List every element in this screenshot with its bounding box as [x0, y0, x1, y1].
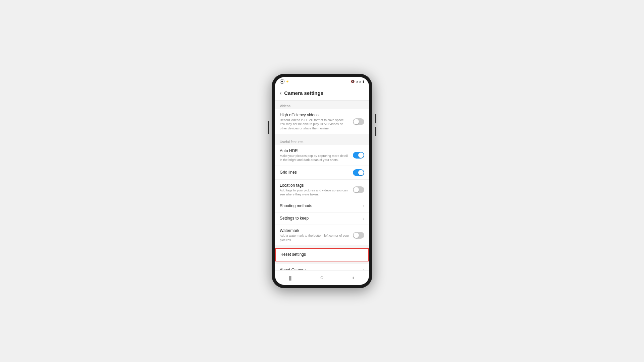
item-title: Auto HDR: [280, 148, 350, 153]
item-title: Shooting methods: [280, 203, 360, 208]
page-title: Camera settings: [284, 90, 323, 96]
item-text-location-tags: Location tags Add tags to your pictures …: [280, 183, 353, 197]
settings-content: Videos High efficiency videos Record vid…: [275, 101, 369, 270]
list-item[interactable]: High efficiency videos Record videos in …: [275, 109, 369, 134]
reset-settings-label: Reset settings: [280, 252, 360, 257]
item-text-grid-lines: Grid lines: [280, 170, 353, 175]
toggle-knob: [354, 187, 359, 192]
signal-icon: ▲▲: [356, 80, 362, 83]
item-text-shooting-methods: Shooting methods: [280, 203, 363, 209]
status-left: ⚡: [280, 79, 289, 84]
item-title: Location tags: [280, 183, 350, 188]
recents-button[interactable]: |||: [284, 271, 298, 285]
app-bar: ‹ Camera settings: [275, 86, 369, 101]
phone-device: ⚡ 🔇 ▲▲ ▮ ‹ Camera settings Videos High e…: [272, 74, 372, 288]
auto-hdr-toggle[interactable]: [353, 152, 364, 159]
list-item[interactable]: Grid lines: [275, 166, 369, 180]
back-nav-button[interactable]: ‹: [346, 271, 360, 285]
home-button[interactable]: ○: [315, 271, 329, 285]
watermark-toggle[interactable]: [353, 232, 364, 239]
item-desc: Record videos in HEVC format to save spa…: [280, 118, 350, 130]
mute-icon: 🔇: [351, 80, 355, 83]
item-text-watermark: Watermark Add a watermark to the bottom …: [280, 228, 353, 242]
item-text-auto-hdr: Auto HDR Make your pictures pop by captu…: [280, 148, 353, 162]
back-button[interactable]: ‹: [280, 90, 281, 96]
section-header-videos: Videos: [275, 101, 369, 109]
about-camera-item[interactable]: About Camera ›: [275, 264, 369, 270]
section-divider: [275, 245, 369, 248]
list-item[interactable]: Shooting methods ›: [275, 200, 369, 213]
useful-features-card: Auto HDR Make your pictures pop by captu…: [275, 145, 369, 245]
item-text-settings-to-keep: Settings to keep: [280, 216, 363, 221]
status-bar: ⚡ 🔇 ▲▲ ▮: [275, 77, 369, 86]
videos-card: High efficiency videos Record videos in …: [275, 109, 369, 134]
power-button[interactable]: [268, 121, 269, 134]
item-title: Grid lines: [280, 170, 350, 175]
nav-bar: ||| ○ ‹: [275, 270, 369, 285]
list-item[interactable]: Watermark Add a watermark to the bottom …: [275, 225, 369, 245]
item-text-high-efficiency: High efficiency videos Record videos in …: [280, 113, 353, 130]
list-item[interactable]: Settings to keep ›: [275, 213, 369, 225]
item-desc: Make your pictures pop by capturing more…: [280, 154, 350, 162]
toggle-knob: [358, 153, 364, 158]
item-title: Settings to keep: [280, 216, 360, 221]
chevron-right-icon: ›: [363, 204, 364, 208]
status-right: 🔇 ▲▲ ▮: [351, 80, 364, 83]
high-efficiency-toggle[interactable]: [353, 118, 364, 125]
toggle-knob: [354, 119, 359, 124]
toggle-knob: [354, 233, 359, 238]
list-item[interactable]: Auto HDR Make your pictures pop by captu…: [275, 145, 369, 166]
location-tags-toggle[interactable]: [353, 186, 364, 193]
section-divider: [275, 134, 369, 136]
recents-icon: |||: [289, 275, 292, 281]
back-nav-icon: ‹: [352, 274, 354, 281]
camera-status-icon: [280, 79, 284, 84]
about-camera-label: About Camera: [280, 267, 360, 270]
flash-status-icon: ⚡: [286, 80, 289, 83]
chevron-right-icon: ›: [363, 268, 364, 270]
volume-down-button[interactable]: [375, 127, 376, 136]
reset-settings-card: Reset settings: [275, 248, 369, 261]
phone-screen: ⚡ 🔇 ▲▲ ▮ ‹ Camera settings Videos High e…: [275, 77, 369, 285]
item-title: High efficiency videos: [280, 113, 350, 117]
item-text-reset: Reset settings: [280, 252, 364, 257]
home-icon: ○: [320, 274, 324, 281]
battery-icon: ▮: [363, 80, 364, 83]
toggle-knob: [358, 170, 364, 175]
item-desc: Add a watermark to the bottom left corne…: [280, 234, 350, 242]
grid-lines-toggle[interactable]: [353, 169, 364, 176]
about-camera-card: About Camera ›: [275, 264, 369, 270]
item-text-about: About Camera: [280, 267, 363, 270]
section-header-useful: Useful features: [275, 136, 369, 145]
volume-up-button[interactable]: [375, 114, 376, 123]
item-title: Watermark: [280, 228, 350, 233]
reset-settings-item[interactable]: Reset settings: [275, 248, 369, 261]
list-item[interactable]: Location tags Add tags to your pictures …: [275, 180, 369, 200]
chevron-right-icon: ›: [363, 216, 364, 221]
item-desc: Add tags to your pictures and videos so …: [280, 188, 350, 197]
section-divider: [275, 261, 369, 264]
